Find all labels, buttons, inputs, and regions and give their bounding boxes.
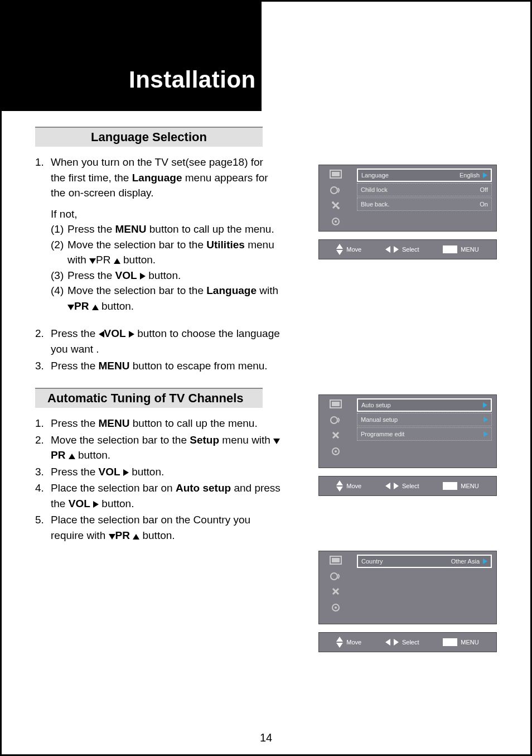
setup-icon (329, 601, 342, 614)
sound-icon (329, 184, 342, 196)
triangle-left-icon (99, 331, 104, 338)
svg-point-11 (335, 450, 337, 452)
utilities-icon (329, 430, 342, 442)
triangle-down-icon (273, 439, 280, 444)
triangle-right-icon (123, 469, 129, 476)
triangle-up-icon (114, 258, 120, 264)
arrow-right-icon (483, 431, 488, 437)
ifnot-label: If not, (51, 206, 280, 222)
picture-icon (329, 398, 342, 411)
triangle-left-icon (385, 246, 390, 253)
triangle-down-icon (336, 250, 343, 255)
triangle-down-icon (336, 643, 343, 648)
triangle-up-icon (133, 534, 139, 540)
arrow-right-icon (483, 402, 487, 408)
osd-screenshot-autosetup: CountryOther Asia Move Select MENU (318, 551, 497, 652)
manual-page: Installation Language Selection 1. When … (0, 0, 532, 756)
osd-row-autosetup: Auto setup (357, 398, 492, 412)
arrow-right-icon (483, 172, 487, 178)
triangle-up-icon (336, 637, 343, 642)
sound-icon (329, 570, 342, 582)
osd-screenshot-setup: Auto setup Manual setup Programme edit M… (318, 394, 497, 496)
menu-button-icon (443, 482, 457, 490)
chapter-title: Installation (129, 66, 256, 93)
svg-point-9 (331, 417, 337, 423)
triangle-down-icon (336, 487, 343, 492)
osd-screenshot-utilities: LanguageEnglish Child lockOff Blue back.… (318, 165, 497, 259)
osd-row-blueback: Blue back.On (357, 198, 492, 211)
picture-icon (329, 555, 342, 567)
content-area: Language Selection 1. When you turn on t… (35, 127, 497, 732)
section-heading-language: Language Selection (35, 127, 263, 147)
triangle-right-icon (140, 273, 146, 280)
menu-button-icon (443, 245, 457, 253)
osd-row-childlock: Child lockOff (357, 183, 492, 196)
setup-icon (329, 215, 342, 228)
osd-legend: Move Select MENU (318, 632, 497, 652)
osd-row-country: CountryOther Asia (357, 555, 492, 568)
arrow-right-icon (483, 417, 488, 422)
chapter-header-block: Installation (2, 2, 262, 111)
sound-icon (329, 414, 342, 426)
triangle-down-icon (89, 258, 96, 264)
triangle-up-icon (92, 305, 99, 310)
svg-rect-8 (332, 402, 340, 406)
triangle-up-icon (69, 454, 75, 459)
svg-point-14 (331, 573, 337, 580)
menu-button-icon (443, 638, 457, 646)
arrow-right-icon (483, 558, 487, 564)
svg-point-3 (332, 201, 334, 204)
svg-point-2 (331, 187, 337, 194)
step-number: 1. (35, 155, 51, 201)
triangle-right-icon (93, 501, 99, 508)
triangle-right-icon (394, 246, 399, 253)
svg-point-4 (337, 207, 340, 209)
osd-legend: Move Select MENU (318, 476, 497, 496)
triangle-up-icon (336, 244, 343, 249)
step-text: When you turn on the TV set(see page18) … (51, 155, 280, 201)
setup-icon (329, 445, 342, 458)
svg-point-16 (335, 606, 337, 609)
osd-row-language: LanguageEnglish (357, 168, 492, 182)
picture-icon (329, 168, 342, 181)
triangle-right-icon (394, 639, 399, 646)
utilities-icon (329, 200, 342, 212)
triangle-right-icon (129, 331, 134, 338)
triangle-left-icon (385, 639, 390, 646)
osd-row-programmeedit: Programme edit (357, 427, 492, 441)
language-instructions: 1. When you turn on the TV set(see page1… (35, 155, 280, 373)
svg-rect-1 (332, 172, 340, 176)
osd-row-manualsetup: Manual setup (357, 413, 492, 426)
svg-rect-13 (332, 558, 340, 562)
svg-point-6 (335, 220, 337, 223)
utilities-icon (329, 586, 342, 598)
triangle-up-icon (336, 480, 343, 485)
triangle-down-icon (109, 534, 115, 540)
triangle-left-icon (385, 483, 390, 489)
osd-legend: Move Select MENU (318, 239, 497, 259)
auto-instructions: 1.Press the MENU button to call up the m… (35, 416, 280, 543)
section-heading-auto: Automatic Tuning of TV Channels (35, 388, 263, 408)
triangle-right-icon (394, 483, 399, 489)
page-number: 14 (2, 731, 530, 744)
triangle-down-icon (67, 305, 74, 310)
